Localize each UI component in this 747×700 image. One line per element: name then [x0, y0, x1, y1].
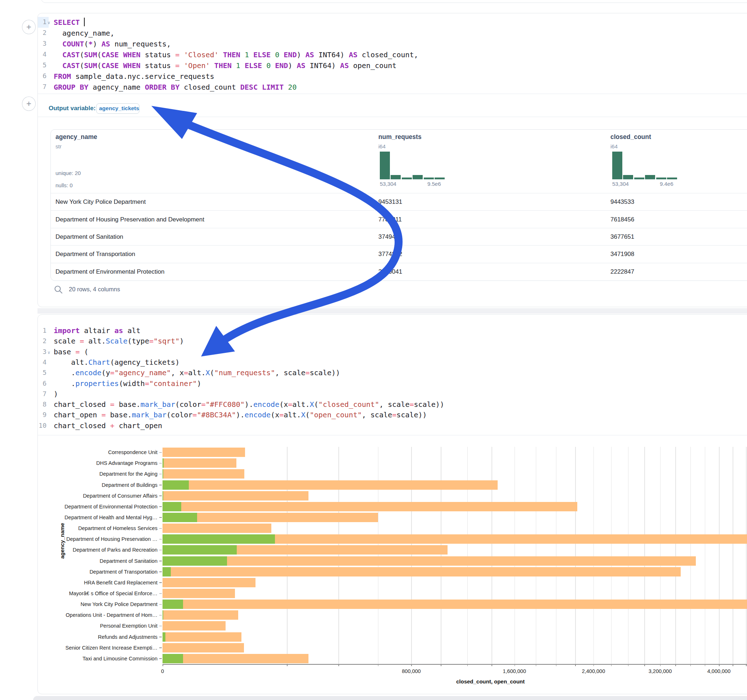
result-table: agency_namestrunique: 20nulls: 0num_requ…	[50, 129, 747, 281]
y-tick	[159, 463, 162, 464]
line-number: 5	[38, 369, 47, 376]
histogram-max-label: 9.4e6	[660, 181, 673, 187]
y-axis-label: New York City Police Department	[38, 601, 157, 607]
y-tick	[159, 593, 162, 594]
output-variable-pill[interactable]: agency_tickets	[96, 103, 139, 114]
gridline	[733, 447, 733, 664]
y-axis-label: Correspondence Unit	[38, 450, 157, 455]
bar-closed	[163, 578, 256, 587]
code-line[interactable]: chart_open = base.mark_bar(color="#8BC34…	[54, 410, 747, 420]
code-line[interactable]: CAST(SUM(CASE WHEN status = 'Closed' THE…	[54, 49, 747, 60]
line-number: 7	[38, 390, 47, 398]
column-header[interactable]: agency_name	[56, 133, 97, 141]
line-number: 10	[38, 422, 47, 429]
code-line[interactable]: agency_name,	[54, 28, 747, 39]
table-row[interactable]: Department of Sanitation37494853677651	[51, 228, 747, 246]
bar-open	[163, 567, 171, 576]
code-line[interactable]: import altair as alt	[54, 326, 747, 336]
bar-open	[163, 469, 163, 478]
add-cell-button-top[interactable]: +	[22, 20, 36, 34]
bar-closed	[163, 523, 271, 533]
x-tick	[411, 664, 412, 666]
cell-num-requests: 3774892	[378, 250, 402, 258]
line-number: 2	[38, 337, 47, 345]
section-divider	[38, 117, 747, 117]
code-line[interactable]: COUNT(*) AS num_requests,	[54, 39, 747, 49]
bar-closed	[163, 621, 225, 631]
column-header[interactable]: num_requests	[378, 133, 422, 141]
code-line[interactable]: FROM sample_data.nyc.service_requests	[54, 71, 747, 82]
gridline	[611, 447, 612, 664]
line-number: 5	[38, 61, 47, 69]
code-line[interactable]: )	[54, 389, 747, 399]
bar-closed	[163, 589, 235, 598]
bar-closed	[163, 654, 308, 663]
column-header[interactable]: closed_count	[611, 133, 651, 141]
y-tick	[159, 506, 162, 507]
x-tick-label: 0	[161, 668, 164, 674]
y-axis-label: Department of Environmental Protection	[38, 504, 157, 510]
gridline	[491, 447, 492, 664]
code-line[interactable]: base = (	[54, 347, 747, 357]
y-axis-title: agency_name	[59, 523, 65, 558]
y-tick	[159, 495, 162, 496]
x-tick	[628, 664, 629, 666]
y-axis-label: Refunds and Adjustments	[38, 634, 157, 640]
cell-closed-count: 3471908	[611, 250, 634, 258]
python-code-editor[interactable]: 1import altair as alt2scale = alt.Scale(…	[38, 315, 747, 434]
gridline	[593, 447, 594, 664]
line-number: 9	[38, 411, 47, 418]
table-row[interactable]: Department of Housing Preservation and D…	[51, 210, 747, 228]
add-cell-button-middle[interactable]: +	[22, 97, 36, 111]
x-axis-line	[163, 664, 747, 665]
x-tick	[378, 664, 379, 666]
cell-closed-count: 2222847	[611, 268, 634, 276]
histogram-min-label: 53,304	[612, 181, 629, 187]
x-tick	[338, 664, 339, 666]
bar-closed	[163, 643, 244, 652]
x-tick	[287, 664, 287, 666]
code-line[interactable]: scale = alt.Scale(type="sqrt")	[54, 336, 747, 346]
table-row[interactable]: New York City Police Department945313194…	[51, 193, 747, 211]
gridline	[575, 447, 576, 664]
sql-code-editor[interactable]: 1∨SELECT 2 agency_name,3 COUNT(*) AS num…	[38, 13, 747, 93]
y-axis-label: Department of Housing Preservation …	[38, 536, 157, 542]
cell-agency-name: Department of Transportation	[56, 250, 135, 258]
collapse-caret-icon[interactable]: ∨	[48, 350, 50, 355]
collapse-caret-icon[interactable]: ∨	[48, 20, 50, 25]
code-line[interactable]: SELECT	[54, 17, 747, 28]
y-tick	[159, 658, 162, 659]
y-tick	[159, 572, 162, 572]
gridline	[441, 447, 442, 664]
code-line[interactable]: .encode(y="agency_name", x=alt.X("num_re…	[54, 368, 747, 378]
column-stat: unique: 20	[56, 170, 81, 176]
code-line[interactable]: CAST(SUM(CASE WHEN status = 'Open' THEN …	[54, 60, 747, 71]
code-line[interactable]: alt.Chart(agency_tickets)	[54, 357, 747, 368]
histogram-bin	[424, 178, 434, 180]
x-tick	[719, 664, 720, 666]
y-axis-label: Department of Homeless Services	[38, 525, 157, 531]
code-line[interactable]: chart_closed = base.mark_bar(color="#FFC…	[54, 399, 747, 410]
x-tick	[611, 664, 612, 666]
search-icon[interactable]	[54, 285, 63, 294]
y-tick	[159, 452, 162, 453]
y-axis-label: Department of Transportation	[38, 569, 157, 575]
x-tick-label: 4,000,000	[708, 668, 731, 674]
x-tick	[556, 664, 557, 666]
histogram-bin	[623, 175, 633, 180]
histogram-bin	[402, 178, 412, 180]
table-row[interactable]: Department of Transportation377489234719…	[51, 245, 747, 263]
column-histogram	[612, 151, 677, 180]
cell-agency-name: Department of Housing Preservation and D…	[56, 216, 204, 223]
x-tick	[536, 664, 537, 666]
column-stat: nulls: 0	[56, 182, 73, 188]
code-line[interactable]: .properties(width="container")	[54, 379, 747, 389]
gridline	[338, 447, 339, 664]
code-line[interactable]: chart_closed + chart_open	[54, 421, 747, 431]
y-tick	[159, 517, 162, 518]
bar-open	[163, 491, 163, 501]
line-number: 6	[38, 380, 47, 387]
table-row[interactable]: Department of Environmental Protection22…	[51, 263, 747, 281]
y-axis-label: Department of Buildings	[38, 482, 157, 488]
code-line[interactable]: GROUP BY agency_name ORDER BY closed_cou…	[54, 82, 747, 92]
